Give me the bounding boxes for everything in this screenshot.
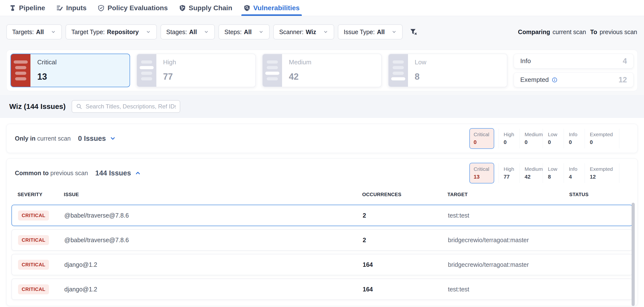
severity-chip-low[interactable]: Low0 [543, 129, 564, 148]
table-row[interactable]: CRITICAL @babel/traverse@7.8.6 2 bridgec… [12, 229, 632, 251]
filter-label: Targets: [12, 28, 34, 36]
severity-card-label: High [163, 58, 176, 66]
tab-bar: Pipeline Inputs Policy Evaluations Suppl… [0, 0, 644, 16]
target-cell: bridgecrewio/terragoat:master [448, 261, 570, 268]
section-count-toggle[interactable]: 0 Issues [78, 134, 116, 142]
severity-badge: CRITICAL [18, 284, 49, 294]
severity-chip-critical[interactable]: Critical13 [469, 163, 494, 184]
filter-label: Issue Type: [344, 28, 374, 36]
tab-supply-chain[interactable]: Supply Chain [178, 0, 233, 16]
severity-chip-medium[interactable]: Medium42 [520, 163, 543, 183]
target-cell: test:test [448, 286, 570, 293]
section-label: Only in current scan [15, 135, 71, 142]
inputs-icon [56, 5, 63, 12]
severity-chip-high[interactable]: High77 [498, 163, 520, 183]
severity-card-medium[interactable]: Medium 42 [262, 54, 382, 87]
severity-card-label: Info [520, 57, 531, 65]
occurrences-cell: 164 [363, 261, 448, 268]
table-row[interactable]: CRITICAL @babel/traverse@7.8.6 2 test:te… [12, 205, 632, 226]
filter-value: All [244, 28, 252, 36]
filter-value: Wiz [306, 28, 316, 36]
target-cell: test:test [448, 212, 570, 219]
severity-card-label: Medium [289, 58, 311, 66]
chevron-down-icon [146, 29, 151, 34]
severity-bars-icon [11, 54, 30, 87]
severity-card-value: 77 [163, 72, 176, 82]
severity-card-low[interactable]: Low 8 [388, 54, 508, 87]
tab-vulnerabilities[interactable]: Vulnerabilities [243, 0, 300, 16]
column-header-severity: SEVERITY [18, 192, 64, 197]
severity-chip-medium[interactable]: Medium0 [520, 129, 543, 148]
severity-bars-icon [262, 54, 282, 87]
comparing-label: Comparingcurrent scan Toprevious scan [518, 28, 638, 36]
search-box[interactable] [72, 100, 180, 113]
tab-label: Inputs [66, 4, 86, 12]
severity-card-value: 4 [623, 57, 627, 66]
filter-target-type[interactable]: Target Type:Repository [66, 24, 157, 40]
filter-value: Repository [107, 28, 139, 36]
scanner-title: Wiz (144 Issues) [9, 102, 66, 110]
severity-chip-critical[interactable]: Critical0 [469, 128, 494, 149]
issue-cell: @babel/traverse@7.8.6 [64, 212, 363, 219]
severity-card-value: 13 [37, 72, 56, 82]
filter-value: All [377, 28, 384, 36]
severity-card-exempted[interactable]: Exempted 12 [514, 72, 634, 87]
occurrences-cell: 2 [363, 236, 448, 244]
severity-card-high[interactable]: High 77 [136, 54, 256, 87]
filter-scanner[interactable]: Scanner:Wiz [273, 24, 334, 40]
filter-clear-icon[interactable] [409, 28, 418, 36]
chevron-down-icon [110, 135, 116, 142]
issue-cell: @babel/traverse@7.8.6 [64, 236, 363, 244]
tab-label: Vulnerabilities [253, 4, 300, 12]
filter-label: Scanner: [279, 28, 304, 36]
tab-label: Pipeline [19, 4, 45, 12]
tab-pipeline[interactable]: Pipeline [8, 0, 46, 16]
vertical-scrollbar[interactable] [632, 203, 635, 306]
filter-label: Target Type: [71, 28, 105, 36]
severity-card-critical[interactable]: Critical 13 [10, 54, 130, 87]
filter-row: Targets:All Target Type:Repository Stage… [6, 24, 638, 40]
info-icon[interactable] [552, 77, 558, 83]
comparison-results: Only in current scan 0 Issues Critical0 … [0, 118, 644, 306]
severity-chip-exempted[interactable]: Exempted12 [584, 163, 620, 183]
severity-chip-low[interactable]: Low8 [543, 163, 564, 183]
scanner-toolbar: Wiz (144 Issues) [0, 95, 644, 118]
chevron-up-icon [135, 170, 141, 176]
target-cell: bridgecrewio/terragoat:master [448, 236, 570, 244]
search-input[interactable] [86, 103, 176, 110]
chevron-down-icon [392, 29, 397, 34]
severity-chip-exempted[interactable]: Exempted0 [584, 129, 620, 148]
severity-chip-info[interactable]: Info0 [564, 129, 584, 148]
severity-card-info[interactable]: Info 4 [514, 54, 634, 68]
filter-targets[interactable]: Targets:All [6, 24, 62, 40]
chevron-down-icon [51, 29, 56, 34]
filter-stages[interactable]: Stages:All [160, 24, 215, 40]
table-row[interactable]: CRITICAL django@1.2 164 test:test [12, 278, 632, 300]
filter-issue-type[interactable]: Issue Type:All [338, 24, 402, 40]
severity-card-value: 42 [289, 72, 311, 82]
filter-label: Steps: [224, 28, 242, 36]
severity-card-label: Critical [37, 58, 56, 66]
severity-card-label: Low [415, 58, 426, 66]
tab-policy-evaluations[interactable]: Policy Evaluations [97, 0, 168, 16]
tab-label: Policy Evaluations [108, 4, 168, 12]
tab-inputs[interactable]: Inputs [56, 0, 87, 16]
tab-label: Supply Chain [189, 4, 232, 12]
severity-chips: Critical13 High77 Medium42 Low8 Info4 Ex… [469, 163, 620, 184]
severity-bars-icon [137, 54, 156, 87]
section-count-toggle[interactable]: 144 Issues [95, 169, 141, 177]
shield-search-icon [244, 5, 250, 12]
column-header-target: TARGET [448, 192, 569, 197]
section-label: Common to previous scan [15, 170, 88, 177]
table-row[interactable]: CRITICAL django@1.2 164 bridgecrewio/ter… [12, 254, 632, 275]
severity-chip-high[interactable]: High0 [498, 129, 520, 148]
shield-check-icon [98, 5, 104, 12]
chevron-down-icon [258, 29, 264, 34]
filter-steps[interactable]: Steps:All [218, 24, 270, 40]
severity-chip-info[interactable]: Info4 [564, 163, 584, 183]
occurrences-cell: 2 [363, 212, 448, 219]
only-in-current-scan-card: Only in current scan 0 Issues Critical0 … [6, 124, 638, 153]
severity-card-value: 12 [619, 76, 627, 84]
table-header-row: SEVERITY ISSUE OCCURRENCES TARGET STATUS [6, 187, 638, 205]
filter-value: All [36, 28, 44, 36]
